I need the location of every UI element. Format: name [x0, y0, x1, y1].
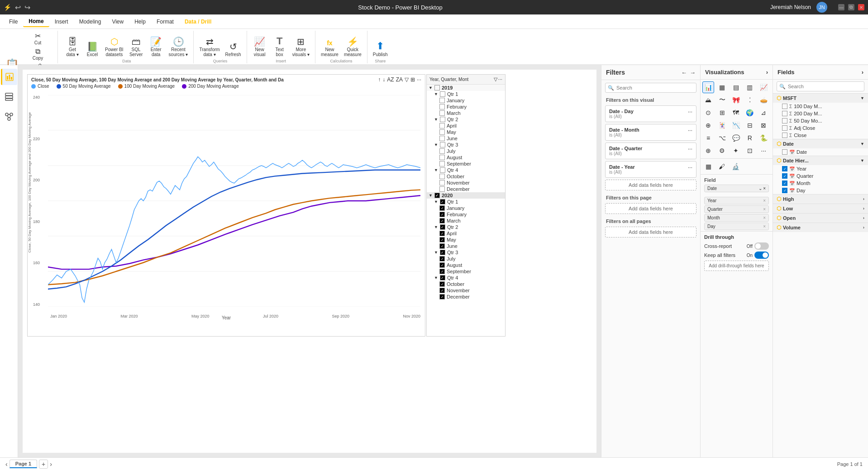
- axis-month[interactable]: Month ×: [704, 214, 769, 222]
- cut-button[interactable]: ✂Cut: [22, 31, 54, 46]
- tree-may-2019[interactable]: May: [427, 129, 505, 135]
- undo-btn[interactable]: ↩: [15, 3, 21, 12]
- cb-oct-2020[interactable]: ✓: [439, 281, 445, 287]
- sort-az-icon[interactable]: AZ: [387, 76, 394, 83]
- viz-fields-icon[interactable]: ▦: [702, 161, 714, 172]
- cb-jan-2019[interactable]: [439, 98, 445, 103]
- chevron-2020[interactable]: ▼: [429, 193, 433, 198]
- chevron-qtr2-2019[interactable]: ▼: [434, 117, 438, 122]
- menu-help[interactable]: Help: [129, 17, 151, 27]
- tree-march-2019[interactable]: March: [427, 110, 505, 116]
- prev-page-btn[interactable]: ‹: [5, 461, 8, 468]
- text-box-button[interactable]: T Textbox: [271, 35, 289, 58]
- tree-2020-qtr3[interactable]: ▼ ✓ Qtr 3: [427, 249, 505, 256]
- viz-python[interactable]: 🐍: [758, 132, 769, 144]
- chevron-qtr1-2020[interactable]: ▼: [434, 199, 438, 204]
- tree-may-2020[interactable]: ✓May: [427, 237, 505, 243]
- field-group-date-hier[interactable]: ⬡ Date Hier... ▼: [773, 156, 868, 165]
- refresh-button[interactable]: ↺ Refresh: [224, 41, 243, 58]
- field-group-high[interactable]: ⬡ High ›: [773, 194, 868, 204]
- chevron-qtr3-2020[interactable]: ▼: [434, 250, 438, 255]
- sql-server-button[interactable]: 🗃 SQLServer: [127, 36, 145, 58]
- cb-nov-2020[interactable]: ✓: [439, 288, 445, 293]
- tree-june-2020[interactable]: ✓June: [427, 243, 505, 249]
- filters-forward-icon[interactable]: →: [690, 69, 696, 76]
- filter-quarter-more[interactable]: ···: [688, 146, 692, 152]
- tree-2019-qtr3[interactable]: ▼ Qtr 3: [427, 142, 505, 148]
- enter-data-button[interactable]: 📝 Enterdata: [147, 36, 165, 58]
- cb-sep-2019[interactable]: [439, 161, 445, 166]
- filters-back-icon[interactable]: ←: [681, 69, 687, 76]
- tree-april-2020[interactable]: ✓April: [427, 230, 505, 237]
- cb-qtr3-2020[interactable]: ✓: [440, 250, 445, 255]
- tree-2020[interactable]: ▼ ✓ 2020: [427, 192, 505, 199]
- viz-r-script[interactable]: R: [744, 132, 756, 144]
- tree-2019-qtr4[interactable]: ▼ Qtr 4: [427, 167, 505, 173]
- field-date-expand[interactable]: ⌄: [758, 186, 762, 191]
- tree-january-2019[interactable]: January: [427, 97, 505, 104]
- transform-data-button[interactable]: ⇄ Transformdata ▾: [197, 36, 221, 58]
- chart-visual[interactable]: Close, 50 Day Moving Average, 100 Day Mo…: [27, 74, 425, 337]
- cb-aug-2019[interactable]: [439, 155, 445, 160]
- keep-filters-toggle[interactable]: [754, 252, 769, 259]
- cb-date[interactable]: [782, 149, 787, 155]
- tree-february-2019[interactable]: February: [427, 104, 505, 110]
- fields-search-input[interactable]: [777, 81, 864, 91]
- chevron-2019[interactable]: ▼: [429, 85, 433, 90]
- tree-july-2020[interactable]: ✓July: [427, 256, 505, 262]
- cb-nov-2019[interactable]: [439, 180, 445, 185]
- viz-kpi[interactable]: 📉: [730, 119, 742, 131]
- tree-2019-qtr2[interactable]: ▼ Qtr 2: [427, 116, 505, 123]
- tree-september-2020[interactable]: ✓September: [427, 268, 505, 275]
- cb-qtr4-2020[interactable]: ✓: [440, 275, 445, 280]
- filters-search-input[interactable]: [605, 83, 696, 93]
- tree-june-2019[interactable]: June: [427, 135, 505, 142]
- axis-year-remove[interactable]: ×: [763, 198, 766, 203]
- cb-mar-2020[interactable]: ✓: [439, 218, 445, 223]
- viz-filled-map[interactable]: 🌍: [744, 107, 756, 119]
- cb-year[interactable]: ✓: [782, 166, 787, 171]
- data-panel[interactable]: Year, Quarter, Mont ▽ ··· ▼ 2019 ▼ Qtr 1: [426, 74, 506, 337]
- tree-2019[interactable]: ▼ 2019: [427, 85, 505, 91]
- cb-100day[interactable]: [782, 104, 787, 109]
- field-month[interactable]: ✓ 📅 Month: [773, 180, 868, 187]
- axis-quarter[interactable]: Quarter ×: [704, 205, 769, 213]
- more-visuals-button[interactable]: ⊞ Morevisuals ▾: [291, 36, 311, 58]
- more-tree-icon[interactable]: ···: [498, 76, 502, 82]
- tree-dec-2020[interactable]: ✓December: [427, 294, 505, 300]
- field-close[interactable]: Σ Close: [773, 132, 868, 139]
- viz-bar-horizontal[interactable]: ▥: [744, 81, 756, 93]
- cb-may-2019[interactable]: [439, 129, 445, 135]
- get-data-button[interactable]: 🗄 Getdata ▾: [63, 36, 81, 58]
- cb-close[interactable]: [782, 133, 787, 138]
- menu-home[interactable]: Home: [23, 16, 49, 27]
- axis-day[interactable]: Day ×: [704, 223, 769, 230]
- filter-tree-icon[interactable]: ▽: [494, 76, 497, 82]
- viz-map[interactable]: 🗺: [730, 107, 742, 119]
- powerbi-datasets-button[interactable]: ⬡ Power BIdatasets: [103, 36, 125, 58]
- more-options-icon[interactable]: ···: [417, 76, 421, 83]
- tree-april-2019[interactable]: April: [427, 123, 505, 129]
- cb-dec-2019[interactable]: [439, 186, 445, 192]
- field-group-open[interactable]: ⬡ Open ›: [773, 213, 868, 223]
- cb-jul-2020[interactable]: ✓: [439, 256, 445, 261]
- viz-matrix[interactable]: ⊠: [758, 119, 769, 131]
- viz-custom3[interactable]: ✦: [730, 145, 742, 157]
- viz-gauge[interactable]: ⊕: [702, 119, 714, 131]
- next-page-btn[interactable]: ›: [50, 461, 52, 468]
- menu-modeling[interactable]: Modeling: [74, 17, 107, 27]
- add-data-fields-visual[interactable]: Add data fields here: [605, 180, 696, 190]
- cb-qtr4-2019[interactable]: [440, 167, 445, 173]
- sort-desc-icon[interactable]: ↓: [382, 76, 385, 83]
- add-page-btn[interactable]: +: [39, 460, 48, 469]
- cb-apr-2019[interactable]: [439, 123, 445, 128]
- cb-quarter[interactable]: ✓: [782, 173, 787, 179]
- close-btn[interactable]: ✕: [858, 4, 864, 10]
- filter-icon[interactable]: ▽: [405, 76, 409, 83]
- field-date[interactable]: 📅 Date: [773, 148, 868, 156]
- cb-day[interactable]: ✓: [782, 188, 787, 193]
- nav-data[interactable]: [1, 89, 17, 105]
- new-visual-button[interactable]: 📈 Newvisual: [251, 36, 269, 58]
- viz-format-icon[interactable]: 🖌: [716, 161, 728, 172]
- add-drill-through-fields[interactable]: Add drill-through fields here: [704, 261, 769, 271]
